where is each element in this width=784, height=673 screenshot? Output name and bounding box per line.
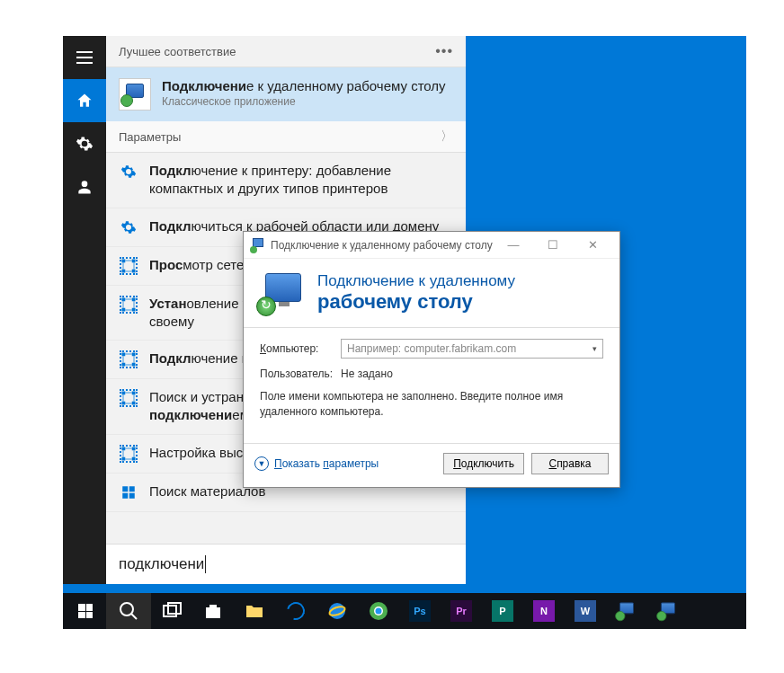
taskbar-onenote[interactable]: N bbox=[523, 593, 565, 629]
home-icon bbox=[76, 92, 94, 110]
computer-input[interactable]: Например: computer.fabrikam.com ▾ bbox=[341, 339, 603, 359]
edge-icon bbox=[283, 598, 307, 623]
search-result-item[interactable]: Подключение к принтеру: добавление компа… bbox=[106, 153, 466, 208]
store-icon bbox=[202, 600, 224, 622]
svg-rect-19 bbox=[132, 456, 136, 460]
connect-button[interactable]: Подключить bbox=[443, 453, 524, 474]
svg-rect-21 bbox=[129, 486, 135, 491]
folder-icon bbox=[244, 600, 265, 622]
svg-line-25 bbox=[131, 614, 137, 619]
svg-rect-18 bbox=[122, 456, 126, 460]
best-match-header: Лучшее соответствие ••• bbox=[106, 36, 466, 67]
svg-rect-14 bbox=[122, 402, 126, 405]
svg-rect-27 bbox=[168, 603, 181, 614]
rdp-dialog: Подключение к удаленному рабочему столу … bbox=[243, 231, 620, 488]
start-sidebar bbox=[63, 36, 106, 584]
computer-label: Компьютер: bbox=[260, 342, 341, 355]
svg-rect-0 bbox=[122, 259, 126, 262]
taskbar-word[interactable]: W bbox=[565, 593, 606, 629]
net-icon bbox=[119, 444, 138, 464]
dropdown-icon: ▾ bbox=[592, 344, 597, 353]
chevron-right-icon: 〉 bbox=[441, 128, 453, 145]
best-match-item[interactable]: Подключение к удаленному рабочему столу … bbox=[106, 67, 466, 121]
search-icon bbox=[118, 600, 139, 622]
chrome-icon bbox=[368, 600, 389, 622]
minimize-button[interactable]: — bbox=[494, 233, 533, 258]
hamburger-icon bbox=[76, 51, 93, 64]
taskbar-store[interactable] bbox=[192, 593, 234, 629]
sidebar-menu[interactable] bbox=[63, 36, 106, 79]
taskbar-rdp-2[interactable] bbox=[647, 593, 689, 629]
rdp-titlebar-icon bbox=[251, 238, 265, 252]
taskbar-search[interactable] bbox=[106, 593, 151, 629]
rdp-icon bbox=[617, 602, 637, 619]
svg-rect-7 bbox=[132, 307, 136, 311]
rdp-header: Подключение к удаленному рабочему столу bbox=[244, 259, 619, 327]
svg-rect-8 bbox=[122, 353, 126, 357]
taskbar-explorer[interactable] bbox=[234, 593, 275, 629]
best-match-subtitle: Классическое приложение bbox=[162, 95, 453, 108]
rdp-big-icon bbox=[260, 271, 305, 314]
taskbar-start[interactable] bbox=[65, 593, 106, 629]
gear-icon bbox=[76, 135, 94, 153]
taskbar-rdp[interactable] bbox=[606, 593, 647, 629]
sidebar-home[interactable] bbox=[63, 79, 106, 122]
rdp-icon bbox=[658, 602, 678, 619]
rdp-title: Подключение к удаленному рабочему столу bbox=[271, 239, 494, 252]
svg-rect-16 bbox=[122, 447, 126, 450]
best-match-title: Подключение к удаленному рабочему столу bbox=[162, 78, 453, 93]
svg-rect-5 bbox=[132, 297, 136, 301]
svg-rect-9 bbox=[132, 353, 136, 357]
maximize-button[interactable]: ☐ bbox=[533, 233, 573, 258]
net-icon bbox=[119, 295, 138, 314]
svg-rect-26 bbox=[164, 606, 176, 616]
net-icon bbox=[119, 256, 138, 276]
result-text: Подключение к принтеру: добавление компа… bbox=[149, 162, 453, 199]
sidebar-settings[interactable] bbox=[63, 122, 106, 165]
taskview-icon bbox=[161, 600, 183, 622]
taskbar-publisher[interactable]: P bbox=[482, 593, 523, 629]
show-params-link[interactable]: ▼ Показать параметры bbox=[254, 456, 379, 471]
taskbar: Ps Pr P N W bbox=[63, 593, 746, 629]
taskbar-edge[interactable] bbox=[275, 593, 316, 629]
svg-point-24 bbox=[120, 603, 133, 615]
svg-rect-10 bbox=[122, 363, 126, 367]
pr-icon: Pr bbox=[450, 600, 472, 622]
windows-icon bbox=[78, 604, 93, 618]
svg-rect-6 bbox=[122, 307, 126, 311]
more-icon[interactable]: ••• bbox=[435, 43, 453, 59]
taskbar-ie[interactable] bbox=[316, 593, 358, 629]
gear-icon bbox=[119, 162, 138, 182]
svg-rect-1 bbox=[132, 259, 136, 262]
ps-icon: Ps bbox=[409, 600, 431, 622]
gear-icon bbox=[119, 217, 138, 237]
svg-rect-4 bbox=[122, 297, 126, 301]
search-input-area[interactable]: подключени bbox=[106, 544, 466, 584]
rdp-titlebar[interactable]: Подключение к удаленному рабочему столу … bbox=[244, 232, 619, 259]
computer-placeholder: Например: computer.fabrikam.com bbox=[347, 342, 516, 355]
svg-rect-13 bbox=[132, 392, 136, 395]
params-header[interactable]: Параметры 〉 bbox=[106, 121, 466, 153]
rdp-app-icon bbox=[119, 78, 151, 111]
svg-rect-2 bbox=[122, 269, 126, 272]
net-icon bbox=[119, 388, 138, 408]
svg-point-32 bbox=[376, 608, 382, 615]
pub-icon: P bbox=[492, 600, 513, 622]
svg-rect-22 bbox=[122, 492, 128, 498]
rdp-info-text: Поле имени компьютера не заполнено. Введ… bbox=[260, 389, 603, 420]
net-icon bbox=[119, 350, 138, 369]
taskbar-taskview[interactable] bbox=[151, 593, 192, 629]
close-button[interactable]: ✕ bbox=[573, 233, 612, 258]
sidebar-user[interactable] bbox=[63, 165, 106, 208]
search-input-text: подключени bbox=[119, 555, 206, 573]
taskbar-photoshop[interactable]: Ps bbox=[399, 593, 441, 629]
params-label: Параметры bbox=[119, 130, 181, 144]
taskbar-premiere[interactable]: Pr bbox=[441, 593, 482, 629]
desktop-screen: Лучшее соответствие ••• Подключение к уд… bbox=[63, 36, 746, 629]
help-button[interactable]: Справка bbox=[531, 453, 609, 474]
word-icon: W bbox=[575, 600, 596, 622]
svg-rect-3 bbox=[132, 269, 136, 272]
taskbar-chrome[interactable] bbox=[358, 593, 399, 629]
expand-down-icon: ▼ bbox=[254, 456, 269, 471]
rdp-header-line2: рабочему столу bbox=[317, 290, 515, 314]
